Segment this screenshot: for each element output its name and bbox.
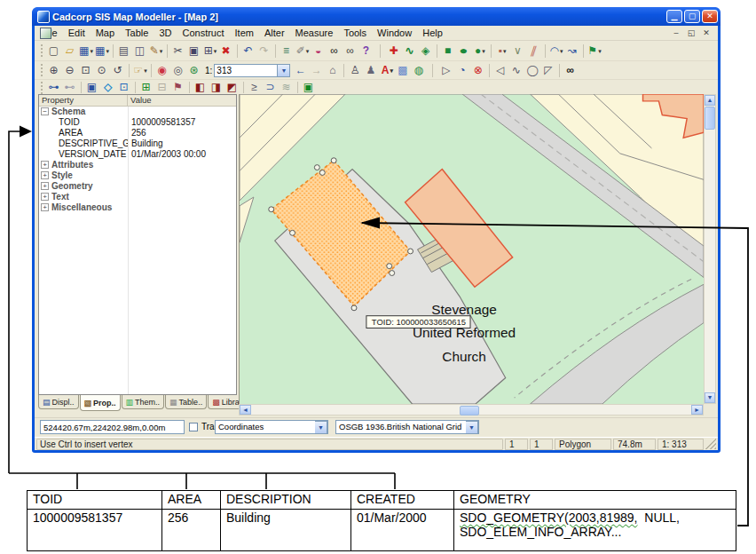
menu-item[interactable]: Tools [338, 27, 372, 39]
copy-button[interactable]: ▣ [186, 44, 202, 59]
menu-item[interactable]: Construct [177, 27, 229, 39]
expand-collapse-icon[interactable]: − [41, 107, 49, 115]
measure-style-button[interactable]: ✐▾ [295, 44, 311, 59]
coordinate-mode-dropdown[interactable]: Coordinates ▼ [215, 420, 328, 434]
find-advanced-button[interactable]: ∞ [343, 44, 358, 59]
zoom-out-button[interactable]: ⊖ [62, 63, 78, 78]
expand-collapse-icon[interactable] [41, 129, 49, 137]
expand-collapse-icon[interactable] [41, 150, 49, 158]
toolbar-grip[interactable] [41, 64, 43, 76]
save-button[interactable]: ▦▾ [78, 44, 94, 59]
property-group-text[interactable]: + Text [39, 192, 236, 202]
arc-flip-button[interactable]: ⊃ [263, 80, 279, 95]
expand-collapse-icon[interactable]: + [41, 182, 49, 190]
home-button[interactable]: ⌂ [325, 63, 341, 78]
combine-intersect-button[interactable]: ◨ [209, 80, 224, 95]
print-preview-button[interactable]: ◫ [132, 44, 148, 59]
delete-button[interactable]: ✖ [218, 44, 234, 59]
grid-system-dropdown[interactable]: OSGB 1936.British National Grid ▼ [335, 420, 479, 434]
combine-union-button[interactable]: ◧ [193, 80, 209, 95]
trace-button[interactable]: ≥ [247, 80, 263, 95]
named-styles-button[interactable]: ✎▾ [148, 44, 164, 59]
new-button[interactable]: ▢ [46, 44, 62, 59]
map-horizontal-scrollbar[interactable]: ◄ ► [239, 404, 704, 416]
scroll-up-icon[interactable]: ▲ [705, 95, 715, 106]
menu-item[interactable]: Window [372, 27, 417, 39]
expand-collapse-icon[interactable]: + [41, 193, 49, 201]
bench-button[interactable]: ♙ [347, 63, 363, 78]
coordinate-readout[interactable] [40, 420, 185, 434]
insert-polyline-button[interactable]: ∿ [402, 44, 418, 59]
find-button[interactable]: ∞ [327, 44, 343, 59]
query-world-button[interactable]: ⊛ [186, 63, 202, 78]
flag-button[interactable]: ⚑ [170, 80, 186, 95]
redo-button[interactable]: ↷ [256, 44, 272, 59]
menu-item[interactable]: Measure [290, 27, 339, 39]
maximize-button[interactable]: ▢ [684, 10, 700, 23]
vertex-handle[interactable] [269, 207, 274, 212]
menu-item[interactable]: Help [417, 27, 448, 39]
expand-collapse-icon[interactable]: + [41, 161, 49, 169]
vertex-handle[interactable] [314, 165, 319, 170]
image-button[interactable]: ▩ [395, 63, 411, 78]
vertex-handle[interactable] [331, 158, 336, 163]
map-vertical-scrollbar[interactable]: ▲ ▼ [704, 94, 716, 404]
vertex-handle[interactable] [390, 271, 395, 276]
link-nodes-button[interactable]: ⊶ [46, 80, 62, 95]
menu-item[interactable]: Edit [63, 27, 91, 39]
toolbar-grip[interactable] [41, 82, 43, 94]
scale-combo[interactable]: 313 [214, 64, 278, 77]
resize-grip[interactable] [705, 439, 716, 449]
map-view[interactable]: Stevenage United Reformed Church TOID: 1… [239, 94, 704, 404]
property-group-geometry[interactable]: + Geometry [39, 181, 236, 192]
select-circle-button[interactable]: ◔ [454, 63, 470, 78]
scale-combo-arrow-icon[interactable]: ▼ [278, 64, 290, 77]
dropdown-arrow-icon[interactable]: ▼ [315, 421, 327, 434]
forward-button[interactable]: → [309, 63, 325, 78]
unlink-nodes-button[interactable]: ⊷ [62, 80, 78, 95]
insert-symbol-button[interactable]: ▪▾ [494, 44, 510, 59]
vertex-handle[interactable] [387, 264, 392, 269]
tab-themes[interactable]: ▥ Them.. [122, 395, 165, 409]
scroll-down-icon[interactable]: ▼ [705, 392, 715, 403]
help-button[interactable]: ? [358, 44, 374, 59]
insert-point-button[interactable]: ✚ [386, 44, 402, 59]
query-point-button[interactable]: ◉ [154, 63, 170, 78]
select-corner-button[interactable]: ◸ [540, 63, 556, 78]
expand-collapse-icon[interactable]: + [41, 171, 49, 179]
select-polyline-button[interactable]: ∿ [508, 63, 524, 78]
insert-parallel-button[interactable]: ∥ [524, 44, 545, 59]
pan-button[interactable]: ☞▾ [132, 63, 148, 78]
pointer-button[interactable]: ▷ [438, 63, 454, 78]
annotation-button[interactable]: A▾ [379, 63, 395, 78]
window-button[interactable]: ⊡ [116, 80, 132, 95]
snap-lines-button[interactable]: ≋ [279, 80, 295, 95]
cut-button[interactable]: ✂ [170, 44, 186, 59]
map-window-icon[interactable] [40, 28, 51, 39]
property-row-toid[interactable]: TOID 1000009581357 [39, 117, 236, 128]
person-button[interactable]: ♟ [363, 63, 379, 78]
scroll-right-icon[interactable]: ► [691, 405, 703, 415]
zoom-point-button[interactable]: ⊙ [94, 63, 110, 78]
search-binoculars-button[interactable]: ∞ [563, 63, 579, 78]
expand-collapse-icon[interactable] [41, 139, 49, 147]
expand-collapse-icon[interactable] [41, 118, 49, 126]
tab-display[interactable]: ▤ Displ.. [38, 395, 79, 409]
zoom-rectangle-button[interactable]: ⊡ [78, 63, 94, 78]
insert-ellipse-button[interactable]: ● [453, 44, 475, 59]
vertex-handle[interactable] [351, 305, 357, 311]
property-group-attributes[interactable]: + Attributes [39, 160, 236, 170]
value-column-header[interactable]: Value [128, 95, 236, 106]
track-checkbox[interactable] [189, 423, 198, 431]
overlays-button[interactable]: ≡ [279, 44, 295, 59]
duplicate-button[interactable]: ▣ [84, 80, 100, 95]
horizontal-scroll-thumb[interactable] [460, 406, 479, 416]
insert-link-button[interactable]: ⚑▾ [587, 44, 602, 59]
property-group-miscellaneous[interactable]: + Miscellaneous [39, 202, 236, 213]
diamond-button[interactable]: ◇ [100, 80, 116, 95]
back-button[interactable]: ← [293, 63, 309, 78]
property-group-style[interactable]: + Style [39, 170, 236, 181]
open-button[interactable]: ▱ [62, 44, 78, 59]
property-column-header[interactable]: Property [39, 95, 128, 106]
save-all-button[interactable]: ▦▾ [94, 44, 110, 59]
